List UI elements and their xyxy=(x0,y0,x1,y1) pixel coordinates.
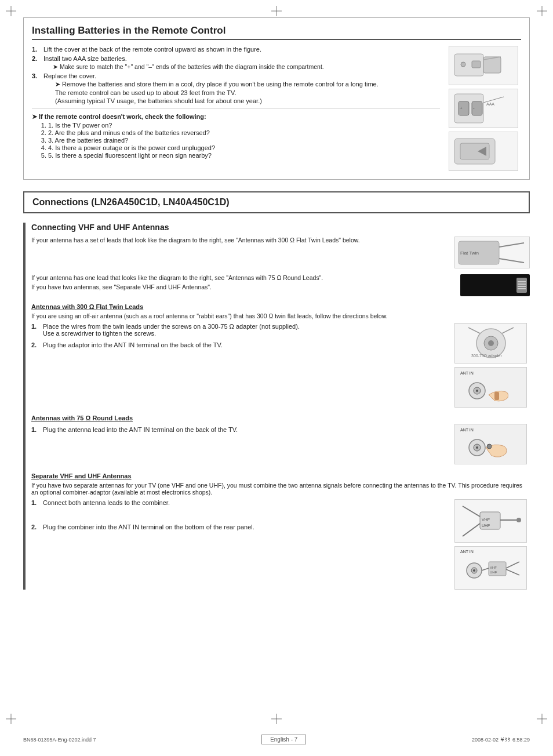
step-2-sub: ➤ Make sure to match the "+" and "–" end… xyxy=(53,63,440,70)
separate-subsection: Separate VHF and UHF Antennas If you hav… xyxy=(31,472,530,590)
flat-twin-step-1-num: 1. xyxy=(31,323,41,337)
vhf-title: Connecting VHF and UHF Antennas xyxy=(31,223,530,232)
flat-twin-intro: If you are using an off-air antenna (suc… xyxy=(31,312,530,319)
step-2: 2. Install two AAA size batteries. ➤ Mak… xyxy=(32,55,440,70)
round-leads-steps: 1. Plug the antenna lead into the ANT IN… xyxy=(31,424,449,464)
svg-line-28 xyxy=(499,259,524,263)
step-2-text: Install two AAA size batteries. xyxy=(43,55,127,62)
svg-line-50 xyxy=(463,524,480,536)
flat-twin-step-2: 2. Plug the adaptor into the ANT IN term… xyxy=(31,341,449,348)
note-item-5: 5. Is there a special fluorescent light … xyxy=(48,152,440,159)
flat-twin-content: 1. Place the wires from the twin leads u… xyxy=(31,323,530,408)
step-3-sub3-text: (Assuming typical TV usage, the batterie… xyxy=(55,97,262,104)
separate-step-1-num: 1. xyxy=(31,499,41,506)
svg-point-52 xyxy=(516,518,521,522)
svg-point-32 xyxy=(488,340,494,346)
flat-twin-steps: 1. Place the wires from the twin leads u… xyxy=(31,323,449,408)
step-3-num: 3. xyxy=(32,72,41,104)
crosshair-bc xyxy=(271,714,282,724)
vhf-intro-2-line1: If your antenna has one lead that looks … xyxy=(31,274,454,281)
round-leads-step-1: 1. Plug the antenna lead into the ANT IN… xyxy=(31,426,449,433)
step-3-body: Replace the cover. ➤ Remove the batterie… xyxy=(43,72,440,104)
svg-text:AAA: AAA xyxy=(486,102,494,106)
crosshair-bl xyxy=(6,714,16,724)
separate-content: 1. Connect both antenna leads to the com… xyxy=(31,499,530,590)
footer-right: 2008-02-02 ￥ﾀﾀ 6:58:29 xyxy=(472,737,530,743)
combiner-image-2: ANT IN VHF UHF xyxy=(454,546,527,590)
svg-point-45 xyxy=(487,444,492,449)
page-container: Installing Batteries in the Remote Contr… xyxy=(0,0,553,756)
crosshair-tl xyxy=(6,6,16,16)
svg-text:UHF: UHF xyxy=(490,570,497,574)
adapter-image: 300-75Ω adapter xyxy=(454,323,527,364)
svg-point-15 xyxy=(461,62,465,67)
vhf-intro-1-text: If your antenna has a set of leads that … xyxy=(31,237,449,268)
footer-center: English - 7 xyxy=(261,735,306,744)
vhf-intro-2: If your antenna has one lead that looks … xyxy=(31,274,530,296)
separate-step-1: 1. Connect both antenna leads to the com… xyxy=(31,499,449,506)
flat-twin-subsection: Antennas with 300 Ω Flat Twin Leads If y… xyxy=(31,303,530,408)
step-2-num: 2. xyxy=(32,55,41,70)
step-1: 1. Lift the cover at the back of the rem… xyxy=(32,46,440,53)
batteries-content: 1. Lift the cover at the back of the rem… xyxy=(32,46,521,171)
svg-line-34 xyxy=(502,328,514,333)
round-leads-step-1-text: Plug the antenna lead into the ANT IN te… xyxy=(43,426,449,433)
combiner-image-1: VHF UHF xyxy=(454,499,527,543)
flat-twin-step-2-num: 2. xyxy=(31,341,41,348)
svg-rect-16 xyxy=(472,61,481,68)
batteries-section: Installing Batteries in the Remote Contr… xyxy=(23,17,530,180)
batteries-title: Installing Batteries in the Remote Contr… xyxy=(32,25,521,40)
round-leads-title: Antennas with 75 Ω Round Leads xyxy=(31,415,530,421)
step-3-sub1: ➤ Remove the batteries and store them in… xyxy=(55,81,440,88)
svg-text:VHF: VHF xyxy=(482,518,490,522)
svg-line-27 xyxy=(499,243,524,247)
svg-point-44 xyxy=(476,446,478,449)
coax-end xyxy=(516,278,527,293)
vhf-section: Connecting VHF and UHF Antennas If your … xyxy=(23,223,530,590)
step-3: 3. Replace the cover. ➤ Remove the batte… xyxy=(32,72,440,104)
batteries-text: 1. Lift the cover at the back of the rem… xyxy=(32,46,440,171)
vhf-intro-2-image xyxy=(460,274,530,296)
crosshair-tr xyxy=(537,6,547,16)
remote-image-2: + - AAA xyxy=(449,89,518,128)
svg-text:VHF: VHF xyxy=(490,566,497,569)
svg-line-33 xyxy=(468,328,480,333)
svg-text:ANT IN: ANT IN xyxy=(460,428,474,432)
svg-rect-40 xyxy=(494,392,499,400)
svg-text:300-75Ω adapter: 300-75Ω adapter xyxy=(471,354,502,358)
flat-twin-step-1-text: Place the wires from the twin leads unde… xyxy=(43,323,449,337)
connections-title: Connections (LN26A450C1D, LN40A450C1D) xyxy=(32,197,521,208)
step-2-sub-text: ➤ Make sure to match the "+" and "–" end… xyxy=(53,63,324,70)
separate-intro: If you have two separate antennas for yo… xyxy=(31,482,530,496)
svg-line-49 xyxy=(463,506,480,517)
svg-text:-: - xyxy=(473,106,475,111)
separate-step-2-num: 2. xyxy=(31,524,41,530)
crosshair-tc xyxy=(271,6,282,16)
svg-line-60 xyxy=(482,568,489,570)
batteries-images: + - AAA xyxy=(446,46,521,171)
svg-text:Flat Twin: Flat Twin xyxy=(460,250,479,256)
round-leads-subsection: Antennas with 75 Ω Round Leads 1. Plug t… xyxy=(31,415,530,464)
svg-text:ANT IN: ANT IN xyxy=(460,371,474,375)
vhf-intro-1: If your antenna has a set of leads that … xyxy=(31,237,530,268)
vhf-intro-2-text: If your antenna has one lead that looks … xyxy=(31,274,454,296)
vhf-intro-1-span: If your antenna has a set of leads that … xyxy=(31,237,360,243)
separate-images: VHF UHF ANT IN xyxy=(454,499,530,590)
step-3-sub2-text: The remote control can be used up to abo… xyxy=(55,89,236,96)
svg-point-39 xyxy=(476,390,478,392)
flat-twin-title: Antennas with 300 Ω Flat Twin Leads xyxy=(31,303,530,310)
svg-text:+: + xyxy=(460,106,463,111)
vhf-intro-2-line2: If you have two antennas, see "Separate … xyxy=(31,284,454,290)
flat-twin-step-1: 1. Place the wires from the twin leads u… xyxy=(31,323,449,337)
svg-text:ANT IN: ANT IN xyxy=(460,550,474,554)
vhf-intro-1-image: Flat Twin xyxy=(454,237,530,268)
step-3-text: Replace the cover. xyxy=(43,72,96,79)
round-leads-images: ANT IN xyxy=(454,424,530,464)
round-leads-content: 1. Plug the antenna lead into the ANT IN… xyxy=(31,424,530,464)
step-3-sub3: (Assuming typical TV usage, the batterie… xyxy=(55,97,440,104)
step-3-sub1-text: ➤ Remove the batteries and store them in… xyxy=(55,81,379,88)
svg-line-62 xyxy=(506,569,519,575)
note-item-1: 1. Is the TV power on? xyxy=(48,122,440,129)
round-leads-step-1-num: 1. xyxy=(31,426,41,433)
separate-step-2: 2. Plug the combiner into the ANT IN ter… xyxy=(31,524,449,530)
